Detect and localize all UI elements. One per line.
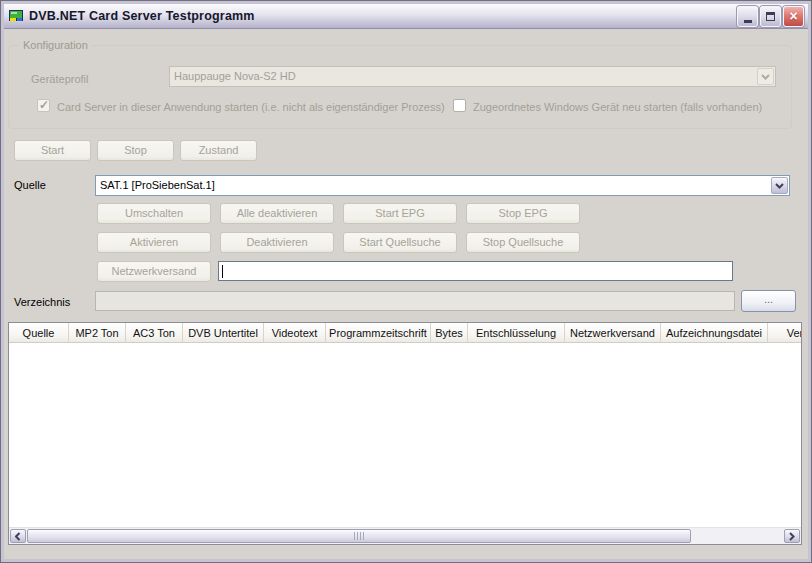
column-header-videotext[interactable]: Videotext bbox=[264, 323, 326, 342]
zustand-button[interactable]: Zustand bbox=[180, 140, 257, 161]
column-header-mp2-ton[interactable]: MP2 Ton bbox=[69, 323, 126, 342]
column-header-netzwerkversand[interactable]: Netzwerkversand bbox=[565, 323, 661, 342]
geraeteprofil-label: Geräteprofil bbox=[31, 73, 88, 85]
minimize-icon bbox=[744, 20, 752, 23]
maximize-icon bbox=[766, 12, 775, 21]
column-header-aufzeichnungsdatei[interactable]: Aufzeichnungsdatei bbox=[661, 323, 768, 342]
chevron-down-icon[interactable] bbox=[757, 68, 774, 85]
stop-quellsuche-button[interactable]: Stop Quellsuche bbox=[466, 232, 580, 253]
client-area: Konfiguration Geräteprofil Hauppauge Nov… bbox=[4, 29, 808, 559]
stop-button[interactable]: Stop bbox=[97, 140, 174, 161]
column-header-dvb-untertitel[interactable]: DVB Untertitel bbox=[183, 323, 264, 342]
cardserver-embedded-label: Card Server in dieser Anwendung starten … bbox=[57, 101, 445, 113]
start-button[interactable]: Start bbox=[14, 140, 91, 161]
minimize-button[interactable] bbox=[737, 6, 758, 27]
scrollbar-grip-icon bbox=[354, 532, 365, 540]
column-header-quelle[interactable]: Quelle bbox=[9, 323, 69, 342]
chevron-right-icon bbox=[789, 532, 795, 541]
quelle-label: Quelle bbox=[14, 179, 46, 191]
groupbox-title: Konfiguration bbox=[19, 39, 92, 51]
windows-device-restart-checkbox[interactable] bbox=[453, 99, 466, 112]
titlebar-buttons: × bbox=[737, 6, 804, 27]
app-icon bbox=[8, 8, 24, 24]
text-caret bbox=[222, 265, 223, 278]
quelle-combobox[interactable]: SAT.1 [ProSiebenSat.1] bbox=[95, 175, 790, 196]
cardserver-embedded-checkbox[interactable] bbox=[37, 99, 50, 112]
scroll-right-button[interactable] bbox=[784, 529, 800, 543]
deaktivieren-button[interactable]: Deaktivieren bbox=[220, 232, 334, 253]
column-header-programmzeitschrift[interactable]: Programmzeitschrift bbox=[326, 323, 431, 342]
geraeteprofil-value: Hauppauge Nova-S2 HD bbox=[170, 67, 756, 86]
netzwerkversand-button[interactable]: Netzwerkversand bbox=[97, 261, 211, 282]
close-button[interactable]: × bbox=[783, 6, 804, 27]
chevron-down-icon[interactable] bbox=[771, 177, 788, 194]
windows-device-restart-label: Zugeordnetes Windows Gerät neu starten (… bbox=[473, 101, 762, 113]
stop-epg-button[interactable]: Stop EPG bbox=[466, 203, 580, 224]
quelle-value: SAT.1 [ProSiebenSat.1] bbox=[96, 176, 770, 195]
konfiguration-groupbox: Konfiguration Geräteprofil Hauppauge Nov… bbox=[8, 45, 792, 129]
start-quellsuche-button[interactable]: Start Quellsuche bbox=[343, 232, 457, 253]
chevron-left-icon bbox=[15, 532, 21, 541]
close-icon: × bbox=[789, 9, 797, 23]
column-header-bytes[interactable]: Bytes bbox=[431, 323, 468, 342]
column-header-ac3-ton[interactable]: AC3 Ton bbox=[126, 323, 183, 342]
column-header-verb[interactable]: Verb bbox=[768, 323, 801, 342]
netzwerkversand-input[interactable] bbox=[218, 261, 733, 281]
maximize-button[interactable] bbox=[760, 6, 781, 27]
geraeteprofil-combobox[interactable]: Hauppauge Nova-S2 HD bbox=[169, 66, 776, 87]
verzeichnis-label: Verzeichnis bbox=[14, 296, 70, 308]
umschalten-button[interactable]: Umschalten bbox=[97, 203, 211, 224]
start-epg-button[interactable]: Start EPG bbox=[343, 203, 457, 224]
scroll-left-button[interactable] bbox=[10, 529, 26, 543]
listview-body bbox=[9, 343, 801, 527]
horizontal-scrollbar[interactable] bbox=[9, 527, 801, 544]
aktivieren-button[interactable]: Aktivieren bbox=[97, 232, 211, 253]
scrollbar-thumb[interactable] bbox=[27, 529, 691, 543]
sources-listview: Quelle MP2 Ton AC3 Ton DVB Untertitel Vi… bbox=[8, 322, 802, 545]
listview-header: Quelle MP2 Ton AC3 Ton DVB Untertitel Vi… bbox=[9, 323, 801, 343]
browse-button[interactable]: ... bbox=[741, 290, 796, 312]
window-title: DVB.NET Card Server Testprogramm bbox=[29, 9, 737, 23]
column-header-entschluesselung[interactable]: Entschlüsselung bbox=[468, 323, 565, 342]
window: DVB.NET Card Server Testprogramm × Konfi… bbox=[0, 0, 812, 563]
verzeichnis-input[interactable] bbox=[95, 291, 735, 311]
alle-deaktivieren-button[interactable]: Alle deaktivieren bbox=[220, 203, 334, 224]
titlebar: DVB.NET Card Server Testprogramm × bbox=[4, 4, 808, 29]
